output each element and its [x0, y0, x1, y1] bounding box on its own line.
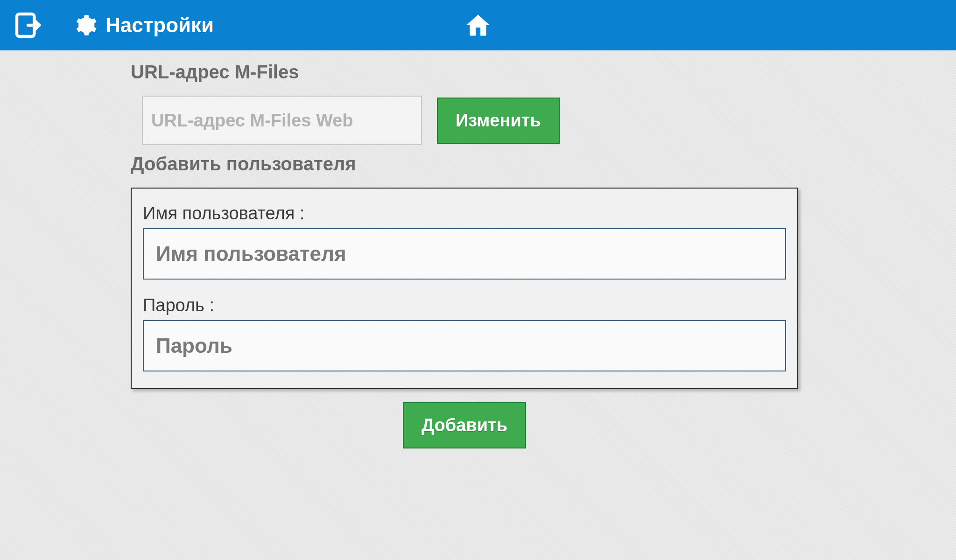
home-icon[interactable]	[462, 9, 494, 41]
mfiles-url-input[interactable]	[142, 96, 422, 145]
add-button[interactable]: Добавить	[403, 402, 526, 448]
add-user-panel: Имя пользователя : Пароль :	[131, 188, 798, 389]
username-label: Имя пользователя :	[143, 203, 786, 224]
password-label: Пароль :	[143, 295, 786, 315]
change-button[interactable]: Изменить	[437, 98, 560, 144]
url-row: Изменить	[142, 96, 803, 145]
logout-icon[interactable]	[11, 8, 45, 42]
content: URL-адрес M-Files Изменить Добавить поль…	[0, 50, 803, 448]
title-wrap: Настройки	[71, 11, 214, 39]
add-button-row: Добавить	[131, 402, 798, 448]
username-input[interactable]	[143, 228, 786, 280]
topbar: Настройки	[0, 0, 956, 50]
url-section-label: URL-адрес M-Files	[131, 62, 803, 83]
password-input[interactable]	[143, 320, 786, 371]
gear-icon	[71, 11, 99, 39]
page-title: Настройки	[105, 14, 214, 37]
add-user-section-label: Добавить пользователя	[131, 154, 803, 175]
